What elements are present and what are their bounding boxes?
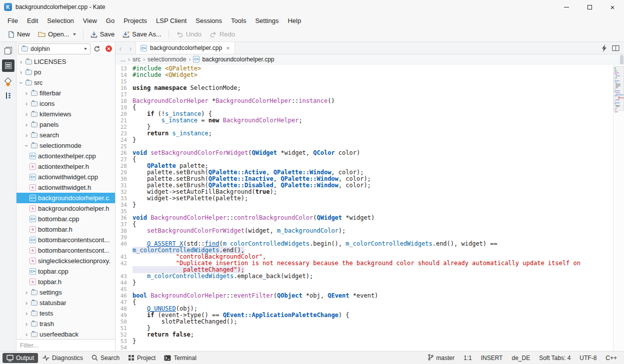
sidebar-documents-tool[interactable] [2,44,14,57]
tree-item-bottombarcontentscont[interactable]: hbottombarcontentscont... [16,245,115,256]
tree-item-actionwithwidget-h[interactable]: hactionwithwidget.h [16,182,115,193]
code-line[interactable]: 23 return s_instance; [116,130,613,137]
close-project-button[interactable] [104,44,114,54]
line-number[interactable]: 18 [116,98,132,104]
project-combo[interactable]: dolphin [18,43,90,54]
line-number[interactable]: 17 [116,91,132,98]
tree-item-backgroundcolorhelper-c[interactable]: C+backgroundcolorhelper.c... [16,193,115,203]
breadcrumb-item[interactable]: ... [120,56,126,63]
tree-item-bottombar-cpp[interactable]: C+bottombar.cpp [16,214,115,224]
code-line[interactable]: 52 return false; [116,332,613,338]
line-number[interactable]: 52 [116,332,132,338]
quick-open-flash-icon[interactable] [602,44,607,52]
maximize-button[interactable] [578,0,601,14]
terminal-toolview-button[interactable]: Terminal [160,353,200,363]
line-number[interactable]: 19 [116,104,132,111]
line-number[interactable]: 54 [116,345,132,351]
tree-item-bottombar-h[interactable]: hbottombar.h [16,224,115,235]
search-toolview-button[interactable]: Search [88,353,124,363]
line-number[interactable]: 34 [116,202,132,208]
breadcrumb-item[interactable]: src [132,56,140,63]
tree-item-search[interactable]: search [16,130,115,140]
tree-item-topbar-cpp[interactable]: C+topbar.cpp [16,266,115,277]
code-line[interactable]: 46bool BackgroundColorHelper::eventFilte… [116,293,613,299]
line-number[interactable]: 29 [116,169,132,176]
menu-selection[interactable]: Selection [42,15,78,26]
line-number[interactable]: 40 [116,241,132,247]
status-1-1[interactable]: 1:1 [459,355,476,362]
chevron-right-icon[interactable] [24,331,29,338]
line-number[interactable]: 37 [116,221,132,228]
code-line[interactable]: 36void BackgroundColorHelper::controlBac… [116,215,613,221]
tree-item-licenses[interactable]: LICENSES [16,56,115,67]
line-number[interactable]: 51 [116,325,132,332]
open-button[interactable]: Open... [34,29,80,39]
menu-go[interactable]: Go [102,15,119,26]
code-line[interactable]: 33 widget->setPalette(palette); [116,195,613,202]
save-as-button[interactable]: Save As... [119,29,165,39]
line-number[interactable]: 33 [116,195,132,202]
chevron-down-icon[interactable] [24,142,29,149]
refresh-button[interactable] [92,44,102,54]
tree-item-actionwithwidget-cpp[interactable]: C+actionwithwidget.cpp [16,172,115,182]
line-number[interactable]: 21 [116,117,132,124]
line-number[interactable]: 26 [116,150,132,156]
menu-projects[interactable]: Projects [119,15,152,26]
line-number[interactable]: 36 [116,215,132,221]
tab-close-icon[interactable]: × [226,44,230,52]
output-toolview-button[interactable]: Output [2,353,38,363]
line-number[interactable]: 31 [116,182,132,189]
chevron-right-icon[interactable] [24,300,29,307]
tree-item-selectionmode[interactable]: selectionmode [16,140,115,151]
tree-item-actiontexthelper-cpp[interactable]: C+actiontexthelper.cpp [16,151,115,161]
diagnostics-toolview-button[interactable]: Diagnostics [38,353,87,363]
line-number[interactable]: 16 [116,85,132,91]
chevron-right-icon[interactable] [18,69,24,76]
menu-view[interactable]: View [78,15,102,26]
line-number[interactable]: 15 [116,78,132,85]
status-insert[interactable]: INSERT [476,355,508,362]
line-number[interactable]: 41 [116,254,132,260]
chevron-right-icon[interactable] [24,90,29,97]
menu-tools[interactable]: Tools [226,15,250,26]
line-number[interactable]: 48 [116,306,132,312]
minimize-button[interactable] [555,0,578,14]
line-number[interactable]: 42 [116,260,132,267]
line-number[interactable]: 39 [116,234,132,241]
menu-sessions[interactable]: Sessions [191,15,226,26]
code-line[interactable]: 18BackgroundColorHelper *BackgroundColor… [116,98,613,104]
status-utf-8[interactable]: UTF-8 [575,355,601,362]
line-number[interactable]: 24 [116,137,132,143]
breadcrumb-item[interactable]: backgroundcolorhelper.cpp [202,56,274,63]
chevron-right-icon[interactable] [24,289,29,296]
chevron-right-icon[interactable] [18,58,24,65]
menu-help[interactable]: Help [283,15,306,26]
tree-item-userfeedback[interactable]: userfeedback [16,329,115,339]
status-soft-tabs-4[interactable]: Soft Tabs: 4 [534,355,575,362]
code-line[interactable]: 34} [116,202,613,208]
line-number[interactable]: 50 [116,319,132,325]
new-button[interactable]: New [4,29,34,39]
tree-item-kitemviews[interactable]: kitemviews [16,109,115,119]
filter-input[interactable] [16,340,115,351]
line-number[interactable]: 46 [116,293,132,299]
line-number[interactable]: 20 [116,111,132,117]
tab-backgroundcolorhelper[interactable]: C+ backgroundcolorhelper.cpp × [136,42,235,54]
line-number[interactable]: 53 [116,338,132,345]
project-toolview-button[interactable]: Project [124,353,160,363]
line-number[interactable]: 35 [116,208,132,215]
code-line[interactable]: 24} [116,137,613,143]
line-number[interactable]: 44 [116,280,132,286]
tree-item-src[interactable]: src [16,77,115,88]
line-number[interactable]: 45 [116,286,132,293]
sidebar-projects-tool[interactable] [2,59,14,72]
undo-button[interactable]: Undo [172,29,205,39]
chevron-right-icon[interactable] [24,121,29,128]
tree-item-settings[interactable]: settings [16,287,115,298]
status-c[interactable]: C++ [601,355,622,362]
chevron-right-icon[interactable] [24,321,29,328]
chevron-right-icon[interactable] [24,100,29,107]
chevron-down-icon[interactable] [18,79,24,86]
line-number[interactable]: 43 [116,273,132,280]
tree-item-statusbar[interactable]: statusbar [16,298,115,308]
